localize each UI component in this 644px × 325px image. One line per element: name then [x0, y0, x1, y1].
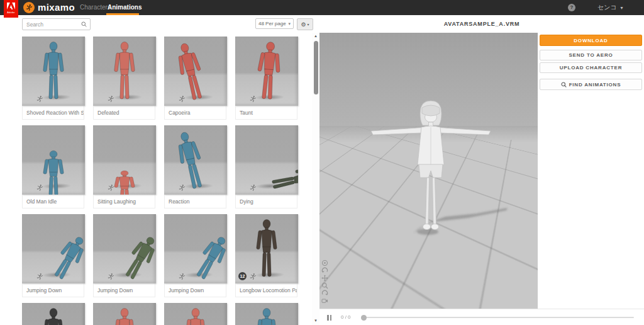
animation-name: Jumping Down — [93, 283, 155, 297]
find-animations-button[interactable]: FIND ANIMATIONS — [540, 79, 642, 90]
mixamo-logo-icon[interactable] — [23, 2, 35, 13]
animation-name: Longbow Locomotion Pack — [235, 283, 297, 297]
search-input[interactable] — [23, 21, 81, 28]
scrollbar-thumb[interactable] — [314, 41, 318, 94]
chevron-down-icon: ▾ — [620, 5, 623, 11]
animation-card[interactable]: Jumping Down — [93, 214, 156, 298]
character-figure — [250, 219, 283, 279]
brand-title[interactable]: mixamo — [38, 0, 75, 15]
viewer-titlebar: AVATARSAMPLE_A.VRM — [319, 15, 644, 33]
character-figure — [267, 159, 298, 195]
animation-name: Capoeira — [164, 106, 226, 120]
active-tab-indicator — [106, 13, 139, 15]
reset-icon[interactable] — [321, 290, 328, 297]
pan-icon[interactable] — [321, 275, 328, 282]
upload-character-button[interactable]: UPLOAD CHARACTER — [540, 62, 642, 73]
gear-icon: ⚙ — [301, 21, 306, 28]
animation-card[interactable]: Shoved Reaction With Spin — [22, 37, 85, 120]
character-figure — [168, 128, 214, 195]
chevron-down-icon: ▾ — [288, 21, 291, 26]
preview-panel: AVATARSAMPLE_A.VRM — [319, 15, 644, 325]
adobe-wordmark: Adobe — [7, 11, 15, 14]
mixamo-app: mixamo Characters Animations ? センコ ▾ Ado… — [0, 0, 644, 325]
vertical-scrollbar[interactable]: ▲ ▼ — [312, 33, 319, 325]
animation-type-icon — [36, 184, 43, 191]
animation-thumbnail — [93, 214, 156, 283]
animation-card[interactable] — [235, 303, 298, 325]
animation-type-icon — [107, 273, 114, 280]
animation-card[interactable] — [164, 303, 227, 325]
animation-thumbnail — [164, 125, 227, 195]
animation-card[interactable]: Capoeira — [164, 37, 227, 120]
animation-name: Old Man Idle — [22, 195, 84, 208]
animation-card[interactable]: Old Man Idle — [22, 125, 85, 209]
user-menu[interactable]: センコ ▾ — [597, 0, 623, 16]
frame-counter: 0 / 0 — [341, 309, 351, 325]
floor-grid — [319, 126, 538, 260]
scroll-down-arrow[interactable]: ▼ — [312, 319, 319, 322]
pack-count-badge: 12 — [238, 272, 247, 280]
search-icon[interactable] — [81, 21, 87, 27]
user-name: センコ — [597, 4, 617, 11]
character-figure — [37, 307, 70, 325]
animation-name: Taunt — [235, 106, 297, 120]
animation-thumbnail — [164, 37, 227, 106]
timeline-handle[interactable] — [361, 315, 367, 321]
animation-thumbnail — [22, 37, 85, 106]
animation-card[interactable]: Taunt — [235, 37, 298, 120]
animation-name: Shoved Reaction With Spin — [22, 106, 84, 120]
animation-type-icon — [36, 273, 43, 280]
per-page-value: 48 Per page — [258, 21, 286, 26]
search-box — [22, 18, 91, 30]
viewer-floor — [319, 126, 538, 309]
animation-card[interactable]: Sitting Laughing — [93, 125, 156, 209]
animation-type-icon — [178, 184, 186, 191]
animation-thumbnail — [22, 214, 85, 283]
settings-button[interactable]: ⚙ ▾ — [297, 18, 313, 30]
adobe-a-icon — [7, 3, 15, 9]
animation-type-icon — [249, 184, 257, 191]
pause-button[interactable] — [327, 315, 333, 321]
per-page-select[interactable]: 48 Per page ▾ — [255, 18, 294, 29]
orbit-icon[interactable] — [321, 259, 328, 266]
animation-name: Jumping Down — [22, 283, 84, 297]
animation-thumbnail — [235, 303, 298, 325]
animation-type-icon — [178, 95, 186, 103]
animation-thumbnail — [22, 125, 85, 195]
animation-name: Dying — [235, 195, 297, 208]
animation-name: Sitting Laughing — [93, 195, 155, 208]
animation-card[interactable]: 12 Longbow Locomotion Pack — [235, 214, 298, 298]
rotate-icon[interactable] — [321, 267, 328, 274]
animation-type-icon — [178, 273, 186, 280]
panel-toolbar: 48 Per page ▾ ⚙ ▾ — [0, 15, 311, 33]
character-figure — [249, 40, 289, 103]
character-figure — [108, 307, 141, 325]
animation-card[interactable]: Jumping Down — [164, 214, 227, 298]
animation-thumbnail — [93, 303, 156, 325]
scroll-up-arrow[interactable]: ▲ — [312, 34, 319, 38]
animation-thumbnail — [22, 303, 85, 325]
animation-card[interactable] — [22, 303, 85, 325]
viewer-canvas[interactable] — [319, 33, 538, 309]
animation-thumbnail — [235, 37, 298, 106]
animations-panel: 48 Per page ▾ ⚙ ▾ — [0, 15, 319, 325]
timeline-slider[interactable] — [362, 317, 634, 318]
help-icon[interactable]: ? — [568, 4, 575, 11]
character-figure — [179, 307, 212, 325]
animation-card[interactable]: Defeated — [93, 37, 156, 120]
animation-card[interactable]: Jumping Down — [22, 214, 85, 298]
zoom-icon[interactable] — [321, 282, 328, 289]
animation-thumbnail: 12 — [235, 214, 298, 283]
chevron-down-icon: ▾ — [308, 22, 309, 26]
animation-type-icon — [249, 95, 257, 103]
animation-thumbnail — [235, 125, 298, 195]
adobe-logo[interactable]: Adobe — [4, 0, 18, 18]
actions-column: DOWNLOAD SEND TO AERO UPLOAD CHARACTER F… — [540, 35, 642, 90]
animation-card[interactable]: Reaction — [164, 125, 227, 209]
download-button[interactable]: DOWNLOAD — [540, 35, 642, 46]
send-to-aero-button[interactable]: SEND TO AERO — [540, 50, 642, 60]
animation-card[interactable] — [93, 303, 156, 325]
animation-type-icon — [107, 184, 114, 191]
camera-icon[interactable] — [321, 297, 328, 304]
animation-card[interactable]: Dying — [235, 125, 298, 209]
